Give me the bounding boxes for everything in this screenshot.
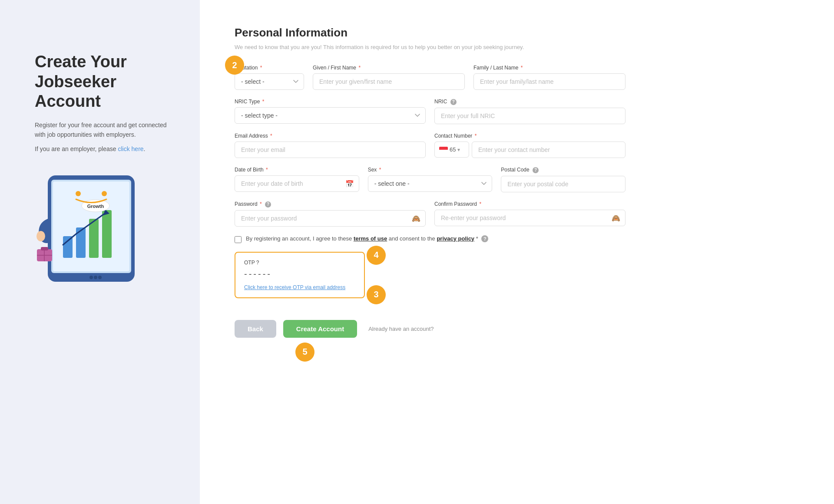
step-badge-2: 2 bbox=[225, 56, 244, 75]
phone-prefix[interactable]: 65 ▾ bbox=[434, 142, 469, 158]
right-panel: 2 Personal Information We need to know t… bbox=[200, 0, 834, 504]
prefix-chevron: ▾ bbox=[457, 147, 460, 153]
employer-text: If you are an employer, please click her… bbox=[35, 144, 145, 154]
sex-select[interactable]: - select one - Male Female Prefer not to… bbox=[368, 175, 493, 192]
terms-checkbox[interactable] bbox=[235, 236, 242, 243]
family-name-label: Family / Last Name * bbox=[473, 65, 626, 71]
confirm-password-wrapper: 🙈 bbox=[434, 210, 626, 226]
step-badge-4: 4 bbox=[367, 246, 386, 265]
svg-rect-5 bbox=[89, 219, 99, 258]
nric-type-label: NRIC Type * bbox=[235, 99, 426, 105]
postal-code-group: Postal Code ? bbox=[501, 167, 626, 192]
step-badge-5: 5 bbox=[295, 343, 314, 362]
contact-group: Contact Number * 65 ▾ bbox=[434, 133, 626, 158]
dob-label: Date of Birth * bbox=[235, 167, 359, 173]
nric-group: NRIC ? bbox=[434, 99, 626, 124]
salutation-label: Salutation * bbox=[235, 65, 304, 71]
email-label: Email Address * bbox=[235, 133, 426, 139]
svg-text:Growth: Growth bbox=[87, 204, 104, 209]
dob-input[interactable] bbox=[235, 175, 359, 192]
password-info-icon[interactable]: ? bbox=[265, 201, 271, 208]
otp-container-outer: OTP ? ------ Click here to receive OTP v… bbox=[235, 252, 365, 311]
password-input[interactable] bbox=[235, 210, 426, 227]
email-input[interactable] bbox=[235, 142, 426, 158]
postal-info-icon[interactable]: ? bbox=[533, 167, 539, 173]
row-nric: NRIC Type * - select type - Singapore Ci… bbox=[235, 99, 626, 124]
step-badge-3: 3 bbox=[367, 285, 386, 304]
svg-point-11 bbox=[102, 191, 107, 196]
create-account-button[interactable]: Create Account bbox=[283, 320, 357, 338]
dob-wrapper: 📅 bbox=[235, 175, 359, 192]
otp-dashes: ------ bbox=[244, 269, 355, 279]
given-name-input[interactable] bbox=[313, 73, 465, 90]
nric-info-icon[interactable]: ? bbox=[450, 99, 457, 105]
row-dob-sex-postal: Date of Birth * 📅 Sex * - select one - M… bbox=[235, 167, 626, 192]
illustration: Growth bbox=[35, 167, 156, 280]
nric-label: NRIC ? bbox=[434, 99, 626, 105]
confirm-password-eye-icon[interactable]: 🙈 bbox=[612, 214, 620, 222]
svg-point-12 bbox=[89, 276, 93, 279]
left-description: Register for your free account and get c… bbox=[35, 120, 178, 140]
family-name-input[interactable] bbox=[473, 73, 626, 90]
already-have-account-text: Already have an account? bbox=[368, 326, 434, 332]
section-subtitle: We need to know that you are you! This i… bbox=[235, 43, 626, 52]
otp-section: OTP ? ------ Click here to receive OTP v… bbox=[235, 252, 365, 298]
nric-type-select[interactable]: - select type - Singapore Citizen (SC) P… bbox=[235, 107, 426, 124]
phone-input[interactable] bbox=[472, 142, 626, 158]
given-name-group: Given / First Name * bbox=[313, 65, 465, 90]
postal-code-input[interactable] bbox=[501, 176, 626, 192]
otp-email-link[interactable]: Click here to receive OTP via email addr… bbox=[244, 284, 345, 290]
left-panel: Create Your Jobseeker Account Register f… bbox=[0, 0, 200, 504]
sg-flag bbox=[439, 147, 448, 153]
country-code: 65 bbox=[450, 146, 456, 153]
salutation-group: Salutation * - select - Mr Ms Mrs Dr bbox=[235, 65, 304, 90]
confirm-password-group: Confirm Password * 🙈 bbox=[434, 201, 626, 226]
family-name-group: Family / Last Name * bbox=[473, 65, 626, 90]
page-title: Create Your Jobseeker Account bbox=[35, 52, 178, 112]
terms-link[interactable]: terms of use bbox=[354, 235, 387, 242]
postal-code-label: Postal Code ? bbox=[501, 167, 626, 173]
svg-rect-4 bbox=[76, 227, 86, 258]
sex-group: Sex * - select one - Male Female Prefer … bbox=[368, 167, 493, 192]
email-group: Email Address * bbox=[235, 133, 426, 158]
section-title: Personal Information bbox=[235, 26, 626, 40]
password-wrapper: 🙈 bbox=[235, 210, 426, 227]
svg-point-10 bbox=[76, 191, 81, 196]
svg-point-15 bbox=[36, 231, 45, 241]
confirm-password-label: Confirm Password * bbox=[434, 201, 626, 207]
svg-rect-6 bbox=[102, 210, 112, 258]
phone-input-group: 65 ▾ bbox=[434, 142, 626, 158]
svg-point-14 bbox=[98, 276, 102, 279]
button-row: Back Create Account Already have an acco… bbox=[235, 320, 626, 338]
svg-point-13 bbox=[94, 276, 97, 279]
otp-label: OTP ? bbox=[244, 260, 355, 266]
contact-label: Contact Number * bbox=[434, 133, 626, 139]
privacy-link[interactable]: privacy policy bbox=[437, 235, 474, 242]
terms-row: By registering an account, I agree to th… bbox=[235, 235, 626, 243]
confirm-password-input[interactable] bbox=[434, 210, 626, 226]
nric-type-group: NRIC Type * - select type - Singapore Ci… bbox=[235, 99, 426, 124]
row-password: Password * ? 🙈 Confirm Password * 🙈 bbox=[235, 201, 626, 227]
password-label: Password * ? bbox=[235, 201, 426, 208]
nric-input[interactable] bbox=[434, 108, 626, 124]
row-contact: Email Address * Contact Number * 65 ▾ bbox=[235, 133, 626, 158]
salutation-select[interactable]: - select - Mr Ms Mrs Dr bbox=[235, 73, 304, 90]
given-name-label: Given / First Name * bbox=[313, 65, 465, 71]
button-section: Back Create Account Already have an acco… bbox=[235, 320, 626, 338]
sex-label: Sex * bbox=[368, 167, 493, 173]
otp-info-icon[interactable]: ? bbox=[256, 260, 259, 266]
employer-link[interactable]: click here bbox=[118, 145, 143, 152]
dob-group: Date of Birth * 📅 bbox=[235, 167, 359, 192]
row-names: Salutation * - select - Mr Ms Mrs Dr Giv… bbox=[235, 65, 626, 90]
password-eye-icon[interactable]: 🙈 bbox=[412, 214, 420, 222]
terms-help-icon[interactable]: ? bbox=[481, 235, 488, 242]
back-button[interactable]: Back bbox=[235, 320, 276, 338]
svg-rect-3 bbox=[63, 236, 73, 258]
password-group: Password * ? 🙈 bbox=[235, 201, 426, 227]
